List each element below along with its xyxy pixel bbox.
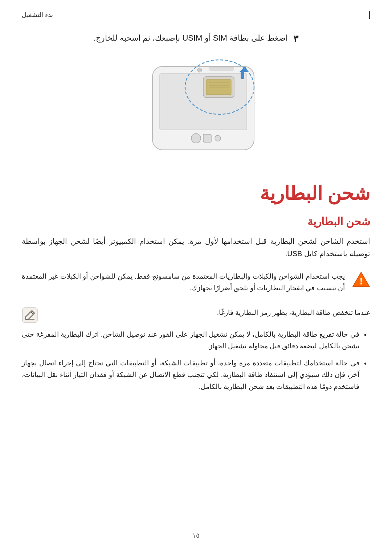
page-container: بدء التشغيل ٣ اضغط على بطاقة SIM أو USIM… [0,0,392,554]
step-text: اضغط على بطاقة SIM أو USIM بإصبعك، ثم اس… [94,33,288,43]
step-instruction: ٣ اضغط على بطاقة SIM أو USIM بإصبعك، ثم … [22,33,370,45]
warning-box: ! يجب استخدام الشواحن والكبلات والبطاريا… [22,267,370,298]
warning-text: يجب استخدام الشواحن والكبلات والبطاريات … [22,271,345,294]
svg-text:!: ! [360,276,363,287]
page-number: ١٥ [192,532,200,539]
step-number: ٣ [293,33,298,45]
svg-point-13 [197,68,202,72]
svg-rect-8 [241,72,244,79]
bullet-text-1: عندما تنخفض طاقة البطارية، يظهر رمز البط… [45,307,370,319]
section-heading-medium: شحن البطارية [22,215,370,228]
intro-paragraph: استخدم الشاحن لشحن البطارية قبل استخدامه… [22,235,370,260]
device-illustration [113,56,279,164]
warning-triangle-svg: ! [352,271,370,289]
svg-rect-17 [23,308,37,323]
bullet-list: في حالة تفريغ طاقة البطارية بالكامل، لا … [22,329,370,393]
svg-point-10 [191,134,201,143]
svg-rect-14 [209,67,234,70]
header-text: بدء التشغيل [22,11,53,19]
phone-svg [113,56,279,164]
bullet-item-2: في حالة تفريغ طاقة البطارية بالكامل، لا … [22,329,370,352]
notes-section: عندما تنخفض طاقة البطارية، يظهر رمز البط… [22,305,370,393]
warning-icon: ! [352,271,370,289]
svg-rect-11 [203,134,211,142]
note-icon-1 [22,307,38,323]
page-header: بدء التشغيل [22,11,370,19]
pencil-icon-svg [22,307,38,323]
svg-point-12 [215,135,221,141]
section-heading-large: شحن البطارية [22,182,370,204]
note-item-1: عندما تنخفض طاقة البطارية، يظهر رمز البط… [22,305,370,325]
svg-rect-3 [206,79,231,95]
bullet-item-3: في حالة استخدامك لتطبيقات متعددة مرة واح… [22,357,370,393]
